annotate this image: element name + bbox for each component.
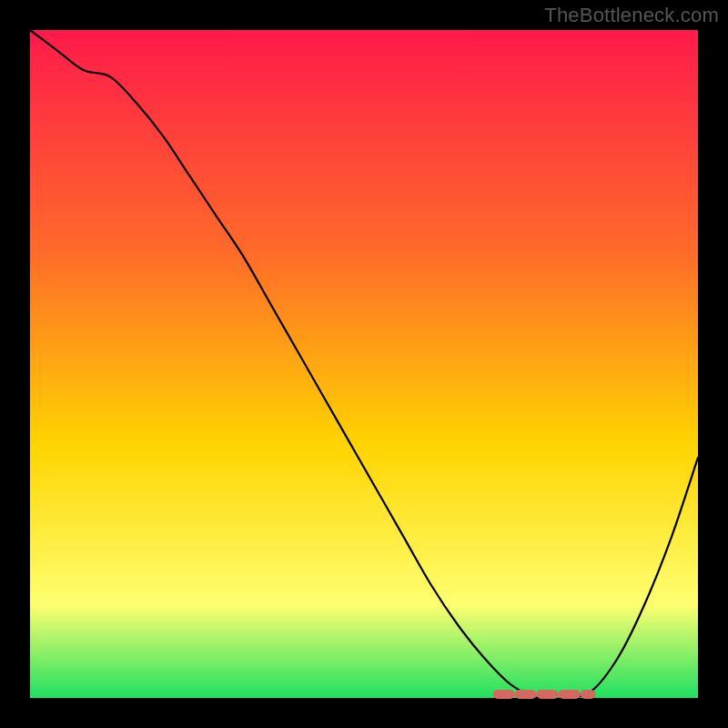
gradient-plot-area xyxy=(30,30,698,698)
bottleneck-chart xyxy=(0,0,728,728)
chart-frame: { "watermark": "TheBottleneck.com", "col… xyxy=(0,0,728,728)
